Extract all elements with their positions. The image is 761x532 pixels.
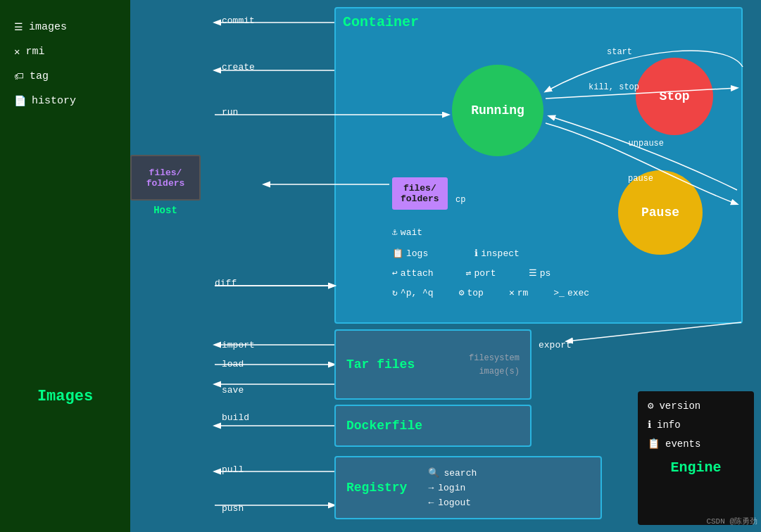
sidebar-rmi-label: rmi (25, 46, 44, 58)
attach-icon: ↩ (392, 267, 398, 279)
info-label: info (657, 419, 681, 431)
load-text: load (222, 359, 244, 369)
info2-icon: ℹ (648, 419, 651, 431)
wait-cmd: ⚓wait (392, 227, 422, 238)
sidebar-item-history[interactable]: 📄 history (14, 95, 76, 107)
top-cmd: ↻^p, ^q ⚙top ✕rm >_exec (392, 287, 589, 298)
container-label: Container (343, 14, 419, 30)
search-label: search (444, 468, 477, 479)
host-area: files/ folders Host (130, 155, 201, 216)
export-text: export (539, 340, 572, 350)
events-icon: 📋 (648, 438, 660, 450)
events-item: 📋 events (648, 438, 744, 450)
create-text: create (222, 62, 255, 72)
list-icon: ☰ (14, 21, 23, 33)
unpause-label: unpause (629, 139, 664, 148)
host-label: Host (130, 205, 201, 216)
stop-state: Stop (636, 58, 713, 135)
svg-line-8 (567, 322, 741, 341)
commit-text: commit (222, 15, 255, 26)
run-text: run (222, 107, 238, 118)
watermark: CSDN @陈勇劲 (706, 516, 757, 526)
kill-stop-label: kill, stop (589, 82, 639, 92)
logout-label: logout (438, 498, 471, 508)
import-text: import (222, 340, 255, 350)
sidebar-images-label: images (29, 21, 67, 33)
tar-label: Tar files (346, 357, 415, 372)
sidebar-section-label: Images (0, 388, 130, 405)
dockerfile-box: Dockerfile (334, 405, 532, 447)
login-label: login (438, 483, 465, 493)
tar-images: image(s) (479, 367, 520, 376)
login-icon: → (428, 483, 434, 493)
info-item: ℹ info (648, 419, 744, 431)
dockerfile-label: Dockerfile (346, 419, 422, 433)
version-label: version (659, 400, 700, 412)
logs-cmd: 📋logs ℹinspect (392, 248, 520, 259)
host-files-box: files/ folders (130, 155, 201, 201)
x2-icon: ✕ (509, 287, 515, 298)
sidebar-item-images[interactable]: ☰ images (14, 21, 67, 33)
running-state: Running (452, 65, 543, 156)
doc2-icon: 📋 (392, 248, 403, 259)
pause-label: pause (628, 174, 653, 184)
terminal-icon: >_ (553, 288, 565, 298)
cp-label: cp (455, 195, 465, 205)
push-text: push (222, 503, 244, 514)
sidebar-tag-label: tag (30, 70, 49, 82)
events-label: events (665, 438, 700, 450)
engine-box: ⚙ version ℹ info 📋 events Engine (638, 391, 754, 525)
registry-box: Registry 🔍 search → login ← logout (334, 456, 602, 519)
logout-icon: ← (428, 498, 434, 508)
list2-icon: ☰ (529, 267, 537, 279)
sidebar-item-tag[interactable]: 🏷 tag (14, 70, 49, 82)
gear2-icon: ⚙ (648, 400, 653, 412)
tag-icon: 🏷 (14, 71, 24, 82)
sidebar: ☰ images ✕ rmi 🏷 tag 📄 history Images (0, 0, 130, 532)
doc-icon: 📄 (14, 95, 26, 107)
anchor-icon: ⚓ (392, 227, 398, 238)
main-area: Container Running Stop Pause start kill,… (130, 0, 761, 532)
registry-label: Registry (346, 481, 407, 495)
sidebar-item-rmi[interactable]: ✕ rmi (14, 46, 44, 58)
tar-files-box: Tar files filesystem image(s) (334, 329, 532, 400)
search-icon: 🔍 (428, 467, 439, 479)
sidebar-history-label: history (32, 95, 76, 107)
files-folders-container: files/ folders (392, 177, 448, 210)
tar-filesystem: filesystem (469, 353, 520, 363)
info-icon: ℹ (474, 248, 478, 259)
container-box: Container Running Stop Pause start kill,… (334, 7, 743, 324)
attach-cmd: ↩attach ⇌port ☰ps (392, 267, 551, 279)
build-text: build (222, 412, 249, 423)
gear-icon: ⚙ (459, 287, 465, 298)
port-icon: ⇌ (466, 267, 472, 279)
pull-text: pull (222, 464, 244, 475)
save-text: save (222, 385, 244, 395)
diff-text: diff (215, 278, 237, 289)
version-item: ⚙ version (648, 400, 744, 412)
start-label: start (607, 47, 632, 57)
rotate-icon: ↻ (392, 287, 398, 298)
engine-label: Engine (648, 460, 744, 476)
x-icon: ✕ (14, 46, 20, 58)
